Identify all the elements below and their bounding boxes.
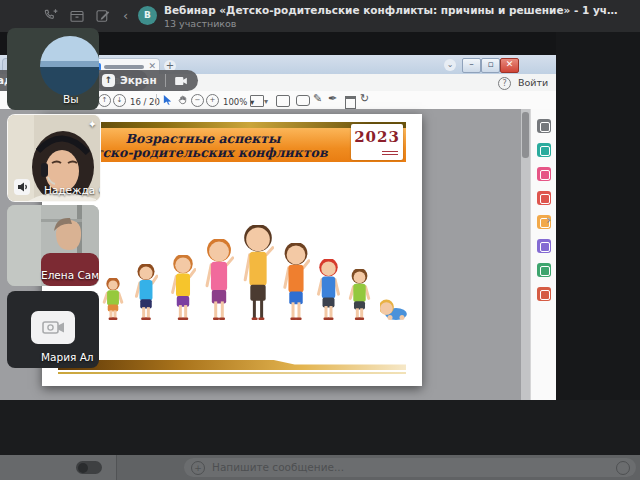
comment-tool-icon[interactable] <box>296 95 310 106</box>
select-cursor-icon[interactable] <box>162 94 173 106</box>
window-close-button[interactable]: ✕ <box>500 58 519 73</box>
figure-child-5 <box>204 239 234 320</box>
scrollbar-thumb[interactable] <box>522 112 529 158</box>
participant-name-label: Вы <box>63 93 79 105</box>
presentation-mode-icon[interactable] <box>276 95 290 107</box>
message-input[interactable]: + Напишите сообщение... <box>184 458 636 477</box>
age-figures-illustration <box>52 114 412 320</box>
back-chevron[interactable]: ‹ <box>123 8 128 23</box>
participant-name-label: Мария Ал <box>41 351 94 363</box>
hand-tool-icon[interactable] <box>177 94 188 106</box>
tab-title-placeholder <box>104 65 144 69</box>
participant-tile-maria[interactable]: Мария Ал <box>7 291 99 368</box>
organize-pages-tool-icon[interactable] <box>537 263 551 277</box>
emoji-icon[interactable] <box>616 461 630 475</box>
compose-icon[interactable] <box>94 7 112 25</box>
pin-icon[interactable]: ✦ <box>88 118 97 131</box>
archive-icon[interactable] <box>68 7 86 25</box>
fit-page-icon[interactable] <box>250 95 264 107</box>
edit-pdf-tool-icon[interactable] <box>537 167 551 181</box>
figure-child-9 <box>348 269 371 320</box>
chat-strip: + Напишите сообщение... <box>0 455 640 480</box>
add-call-icon[interactable] <box>42 7 60 25</box>
pencil-tool-icon[interactable]: ✎ <box>313 93 322 105</box>
top-bar: ‹ В Вебинар «Детско-родительские конфлик… <box>0 0 640 32</box>
panel-expand-chevron[interactable]: › <box>546 212 551 227</box>
call-controls-bar: 5 ⚙ <box>0 400 640 455</box>
slide-footer-stripe <box>58 360 406 370</box>
pill-divider <box>165 74 166 87</box>
pdf-tools-rail <box>530 109 557 400</box>
window-minimize-button[interactable]: – <box>462 58 481 73</box>
fit-dropdown-chevron[interactable]: ▾ <box>264 96 268 108</box>
combine-files-tool-icon[interactable] <box>537 239 551 253</box>
screen-share-label: Экран <box>120 70 157 91</box>
zoom-out-icon[interactable]: − <box>191 94 204 107</box>
search-tool-icon[interactable] <box>537 119 551 133</box>
create-pdf-tool-icon[interactable] <box>537 191 551 205</box>
page-up-icon[interactable]: ↑ <box>98 94 111 107</box>
message-placeholder: Напишите сообщение... <box>212 461 344 473</box>
signin-button[interactable]: Войти <box>518 77 548 88</box>
slide-footer-line <box>58 372 406 374</box>
window-menu-chevron[interactable]: ⌄ <box>444 59 456 71</box>
figure-child-6 <box>242 225 274 320</box>
toggle-knob <box>78 463 88 473</box>
window-maximize-button[interactable]: ▫ <box>481 58 500 73</box>
rotate-tool-icon[interactable]: ↻ <box>360 93 369 105</box>
webinar-app-window: ‹ В Вебинар «Детско-родительские конфлик… <box>0 0 640 480</box>
figure-child-7 <box>282 243 310 320</box>
help-icon[interactable]: ? <box>498 77 511 90</box>
figure-baby-10 <box>380 295 412 320</box>
share-upload-icon: ↑ <box>102 74 115 87</box>
speaker-badge <box>14 179 30 195</box>
attach-plus-icon[interactable]: + <box>191 461 205 475</box>
share-camera-icon[interactable] <box>174 75 188 87</box>
figure-child-8 <box>316 259 341 320</box>
export-pdf-tool-icon[interactable] <box>537 143 551 157</box>
pdf-scrollbar[interactable] <box>521 109 530 400</box>
page-down-icon[interactable]: ↓ <box>113 94 126 107</box>
sea-photo-avatar <box>40 36 99 96</box>
figure-child-2 <box>102 278 124 320</box>
toggle-switch[interactable] <box>76 461 102 474</box>
camera-off-icon <box>31 311 75 344</box>
participants-panel <box>556 32 640 400</box>
fill-sign-tool-icon[interactable] <box>537 287 551 301</box>
participant-tile-elena[interactable]: Елена Сам <box>7 205 99 286</box>
chat-sidebar-footer <box>0 455 117 480</box>
figure-child-4 <box>170 255 196 320</box>
webinar-avatar[interactable]: В <box>138 6 157 25</box>
participant-name-label: Елена Сам <box>41 269 99 281</box>
zoom-in-icon[interactable]: + <box>206 94 219 107</box>
figure-child-3 <box>134 264 158 320</box>
participant-name-label: Надежда Ф <box>44 184 101 196</box>
participant-tile-you[interactable]: Вы <box>7 28 99 110</box>
screen-share-pill[interactable]: ↑ Экран <box>96 70 198 91</box>
delete-tool-icon[interactable] <box>345 96 356 109</box>
participant-count: 13 участников <box>164 18 236 29</box>
toolbar-divider <box>156 94 157 106</box>
participant-tile-nadezhda[interactable]: ✦ Надежда Ф <box>7 114 101 202</box>
webinar-title: Вебинар «Детско-родительские конфликты: … <box>164 4 624 16</box>
sign-tool-icon[interactable]: ✒ <box>328 93 337 105</box>
